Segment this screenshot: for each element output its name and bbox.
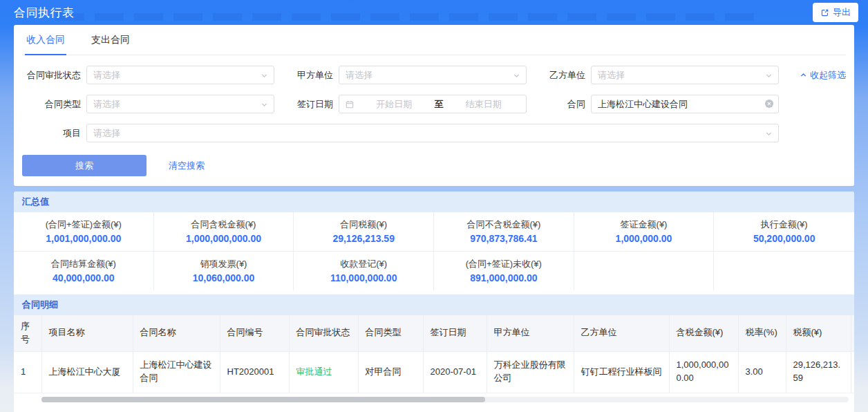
horizontal-scrollbar-track[interactable] xyxy=(41,397,849,402)
party-b-placeholder: 请选择 xyxy=(598,69,625,82)
summary-grid: (合同+签证)金额(¥) 1,001,000,000.00 合同含税金额(¥) … xyxy=(14,212,854,290)
summary-cell: 合同税额(¥) 29,126,213.59 xyxy=(294,212,434,252)
chevron-down-icon xyxy=(765,130,773,138)
col-party-a: 甲方单位 xyxy=(487,315,574,351)
col-party-b: 乙方单位 xyxy=(574,315,669,351)
cell-project-name: 上海松江中心大厦 xyxy=(41,351,133,393)
calendar-icon xyxy=(346,100,354,109)
chevron-down-icon xyxy=(261,72,268,79)
col-seq: 序号 xyxy=(14,315,41,351)
contract-input-wrap xyxy=(591,95,779,113)
collapse-filters-link[interactable]: 收起筛选 xyxy=(800,69,846,82)
clear-circle-icon[interactable] xyxy=(764,99,774,109)
project-placeholder: 请选择 xyxy=(93,127,120,140)
cell-tax-rate: 3.00 xyxy=(738,351,786,393)
summary-cell: 合同不含税金额(¥) 970,873,786.41 xyxy=(434,212,574,252)
summary-cell-empty xyxy=(714,252,854,290)
filter-project: 项目 请选择 xyxy=(22,124,779,142)
search-button[interactable]: 搜索 xyxy=(22,155,147,176)
chevron-down-icon xyxy=(261,101,268,109)
col-contract-type: 合同类型 xyxy=(358,315,423,351)
tab-expense-contract[interactable]: 支出合同 xyxy=(90,25,131,55)
top-bar: 合同执行表 导出 xyxy=(0,0,868,25)
party-b-label: 乙方单位 xyxy=(527,69,585,82)
table-row[interactable]: 1 上海松江中心大厦 上海松江中心建设合同 HT2020001 审批通过 对甲合… xyxy=(14,351,854,393)
summary-cell: (合同+签证)金额(¥) 1,001,000,000.00 xyxy=(14,212,154,252)
project-label: 项目 xyxy=(22,127,81,140)
filter-card: 收入合同 支出合同 合同审批状态 请选择 甲方单位 请选择 乙方单位 xyxy=(14,25,854,186)
party-a-placeholder: 请选择 xyxy=(346,69,372,82)
party-b-select[interactable]: 请选择 xyxy=(591,66,779,84)
contract-input[interactable] xyxy=(591,95,779,113)
cell-sign-date: 2020-07-01 xyxy=(423,351,487,393)
approval-status-label: 合同审批状态 xyxy=(22,69,81,82)
filter-actions: 搜索 清空搜索 xyxy=(22,155,846,176)
contract-detail-table: 序号 项目名称 合同名称 合同编号 合同审批状态 合同类型 签订日期 甲方单位 … xyxy=(14,315,854,393)
filter-contract-type: 合同类型 请选择 xyxy=(22,95,274,113)
filter-contract: 合同 xyxy=(527,95,779,113)
summary-section-title: 汇总值 xyxy=(14,191,854,212)
cell-contract-type: 对甲合同 xyxy=(358,351,423,393)
tab-income-contract[interactable]: 收入合同 xyxy=(25,25,66,55)
col-sign-date: 签订日期 xyxy=(423,315,487,351)
filter-party-a: 甲方单位 请选择 xyxy=(274,66,527,84)
cell-seq: 1 xyxy=(14,351,41,393)
cell-tax-incl-amount: 1,000,000,000.00 xyxy=(669,351,738,393)
contract-type-label: 合同类型 xyxy=(22,98,81,111)
collapse-filters-label: 收起筛选 xyxy=(810,69,846,82)
col-contract-no: 合同编号 xyxy=(220,315,289,351)
page: 合同执行表 导出 收入合同 支出合同 合同审批状态 请选择 甲方单位 xyxy=(0,0,868,412)
col-project-name: 项目名称 xyxy=(41,315,133,351)
date-separator: 至 xyxy=(435,98,444,111)
export-button[interactable]: 导出 xyxy=(813,3,858,22)
col-tax-incl-amount: 含税金额(¥) xyxy=(669,315,738,351)
data-card: 汇总值 (合同+签证)金额(¥) 1,001,000,000.00 合同含税金额… xyxy=(14,191,854,412)
summary-cell: 执行金额(¥) 50,200,000.00 xyxy=(714,212,854,252)
cell-tax-amount: 29,126,213.59 xyxy=(786,351,851,393)
party-a-select[interactable]: 请选择 xyxy=(339,66,527,84)
col-tax-rate: 税率(%) xyxy=(738,315,786,351)
chevron-up-icon xyxy=(800,71,807,79)
filter-row-3: 项目 请选择 xyxy=(22,124,846,142)
approval-status-placeholder: 请选择 xyxy=(93,69,120,82)
sign-date-label: 签订日期 xyxy=(274,98,333,111)
table-header-row: 序号 项目名称 合同名称 合同编号 合同审批状态 合同类型 签订日期 甲方单位 … xyxy=(14,315,854,351)
summary-cell: 合同含税金额(¥) 1,000,000,000.00 xyxy=(154,212,294,252)
approval-status-select[interactable]: 请选择 xyxy=(86,66,274,84)
project-select[interactable]: 请选择 xyxy=(86,124,779,142)
summary-cell: (合同+签证)未收(¥) 891,000,000.00 xyxy=(434,252,574,290)
summary-cell-empty xyxy=(574,252,715,290)
horizontal-scrollbar-thumb[interactable] xyxy=(41,397,485,402)
contract-label: 合同 xyxy=(527,98,585,111)
summary-cell: 收款登记(¥) 110,000,000.00 xyxy=(294,252,434,290)
cell-contract-no: HT2020001 xyxy=(220,351,289,393)
clear-search-link[interactable]: 清空搜索 xyxy=(169,160,205,172)
summary-cell: 合同结算金额(¥) 40,000,000.00 xyxy=(14,252,154,290)
filter-row-1: 合同审批状态 请选择 甲方单位 请选择 乙方单位 请选择 xyxy=(22,66,846,84)
filter-approval-status: 合同审批状态 请选择 xyxy=(22,66,274,84)
sign-date-range-picker[interactable]: 开始日期 至 结束日期 xyxy=(339,95,527,113)
col-filler xyxy=(851,315,854,351)
cell-approval-status: 审批通过 xyxy=(289,351,358,393)
col-tax-amount: 税额(¥) xyxy=(786,315,851,351)
cell-contract-name: 上海松江中心建设合同 xyxy=(133,351,220,393)
export-button-label: 导出 xyxy=(833,6,851,19)
cell-party-b: 钉钉工程行业样板间 xyxy=(574,351,669,393)
filter-row-2: 合同类型 请选择 签订日期 开始日期 至 结束日期 合同 xyxy=(22,95,846,113)
header-menu-placeholder xyxy=(55,13,764,21)
col-contract-name: 合同名称 xyxy=(133,315,220,351)
filter-party-b: 乙方单位 请选择 xyxy=(527,66,779,84)
summary-cell: 签证金额(¥) 1,000,000.00 xyxy=(574,212,715,252)
contract-tabs: 收入合同 支出合同 xyxy=(22,25,846,55)
export-icon xyxy=(820,8,829,17)
col-approval-status: 合同审批状态 xyxy=(289,315,358,351)
cell-party-a: 万科企业股份有限公司 xyxy=(487,351,574,393)
contract-type-placeholder: 请选择 xyxy=(93,98,120,111)
chevron-down-icon xyxy=(765,72,773,79)
filter-sign-date: 签订日期 开始日期 至 结束日期 xyxy=(274,95,527,113)
contract-type-select[interactable]: 请选择 xyxy=(86,95,274,113)
pagination: 共 1 条 ‹ 1 › 前往 页 xyxy=(14,402,854,412)
start-date-placeholder: 开始日期 xyxy=(358,98,431,111)
page-title: 合同执行表 xyxy=(14,5,75,21)
chevron-down-icon xyxy=(513,72,520,79)
